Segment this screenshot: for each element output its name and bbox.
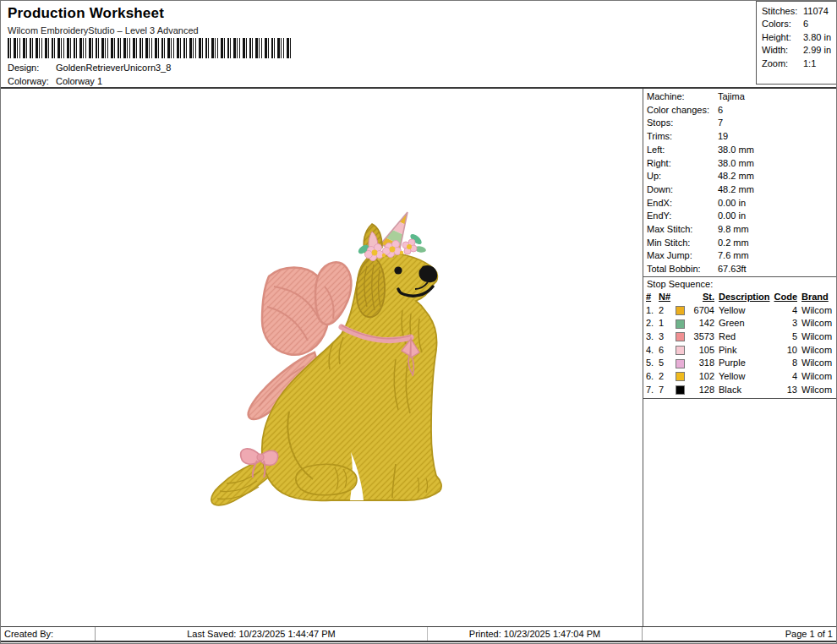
printed-text: Printed: 10/23/2025 1:47:04 PM <box>428 627 643 641</box>
info-row: Min Stitch:0.2 mm <box>647 237 834 250</box>
stat-stitches: Stitches:11074 <box>762 5 836 18</box>
stop-sequence-header: # N# St. Description Code Brand <box>646 291 835 304</box>
table-row: 5.5 318Purple 8Wilcom <box>646 357 835 370</box>
table-row: 3.3 3573Red 5Wilcom <box>646 330 835 344</box>
colorway-label: Colorway: <box>8 76 56 86</box>
info-row: Trims:19 <box>647 130 834 144</box>
info-row: Max Jump:7.6 mm <box>647 249 834 263</box>
app-subtitle: Wilcom EmbroideryStudio – Level 3 Advanc… <box>8 25 199 35</box>
info-row: Right:38.0 mm <box>647 157 834 171</box>
colorway-value: Colorway 1 <box>56 76 102 86</box>
stat-zoom: Zoom:1:1 <box>762 57 836 70</box>
thread-color-swatch <box>676 359 685 368</box>
table-row: 1.2 6704Yellow 4Wilcom <box>646 304 835 318</box>
design-barcode <box>8 38 293 58</box>
thread-color-swatch <box>676 385 685 395</box>
thread-color-swatch <box>676 372 685 381</box>
table-row: 6.2 102Yellow 4Wilcom <box>646 370 835 384</box>
design-label: Design: <box>8 63 56 73</box>
stat-colors: Colors:6 <box>762 18 836 30</box>
info-row: Total Bobbin:67.63ft <box>647 263 834 276</box>
info-row: Color changes:6 <box>647 104 834 117</box>
info-row: Stops:7 <box>647 117 834 130</box>
table-row: 2.1 142Green 3Wilcom <box>646 317 835 330</box>
stat-width: Width:2.99 in <box>762 44 836 57</box>
info-row: Max Stitch:9.8 mm <box>647 223 834 237</box>
info-row: EndY:0.00 in <box>647 210 834 223</box>
thread-color-swatch <box>676 346 685 355</box>
design-canvas <box>1 89 643 626</box>
stat-height: Height:3.80 in <box>762 31 836 44</box>
table-row: 4.6 105Pink 10Wilcom <box>646 344 835 357</box>
design-value: GoldenRetrieverUnicorn3_8 <box>56 63 171 73</box>
design-row: Design:GoldenRetrieverUnicorn3_8 <box>8 63 171 73</box>
info-row: Down:48.2 mm <box>647 183 834 197</box>
hind-foot <box>296 464 357 494</box>
stop-sequence-title: Stop Sequence: <box>643 277 837 291</box>
info-row: Up:48.2 mm <box>647 170 834 183</box>
production-worksheet-page: Production Worksheet Wilcom EmbroiderySt… <box>0 0 837 644</box>
page-indicator: Page 1 of 1 <box>643 627 837 641</box>
summary-stats-box: Stitches:11074 Colors:6 Height:3.80 in W… <box>756 1 837 85</box>
thread-color-swatch <box>676 319 685 329</box>
machine-info-panel: Machine:Tajima Color changes:6 Stops:7 T… <box>643 89 837 626</box>
table-row: 7.7 128Black 13Wilcom <box>646 384 835 397</box>
last-saved-text: Last Saved: 10/23/2025 1:44:47 PM <box>96 627 428 641</box>
created-by-field: Created By: <box>1 627 96 641</box>
info-row: Left:38.0 mm <box>647 144 834 157</box>
stop-sequence-table: # N# St. Description Code Brand 1.2 6704… <box>643 291 837 400</box>
thread-color-swatch <box>676 332 685 341</box>
page-title: Production Worksheet <box>8 5 164 22</box>
machine-info-list: Machine:Tajima Color changes:6 Stops:7 T… <box>643 89 837 276</box>
header: Production Worksheet Wilcom EmbroiderySt… <box>1 1 837 89</box>
info-row: Machine:Tajima <box>647 90 834 104</box>
colorway-row: Colorway:Colorway 1 <box>8 76 102 86</box>
embroidery-design-golden-retriever-unicorn <box>206 210 460 510</box>
eye <box>394 266 402 274</box>
footer-bar: Created By: Last Saved: 10/23/2025 1:44:… <box>1 626 837 642</box>
thread-color-swatch <box>676 306 685 315</box>
info-row: EndX:0.00 in <box>647 197 834 210</box>
